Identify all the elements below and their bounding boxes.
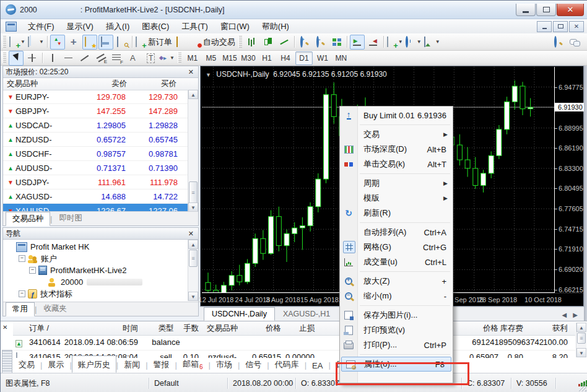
- timeframe-D1[interactable]: D1: [295, 51, 313, 65]
- crosshair-tool-button[interactable]: [25, 51, 40, 66]
- terminal-column-header[interactable]: 订单 /: [29, 323, 49, 334]
- market-watch-scrollbar[interactable]: ▲ ▼: [188, 90, 198, 212]
- timeframe-M1[interactable]: M1: [184, 51, 201, 65]
- fibonacci-tool-button[interactable]: [110, 51, 124, 66]
- chart-tabs-left-icon[interactable]: ◀: [562, 311, 567, 318]
- terminal-column-header[interactable]: 手数: [183, 323, 199, 334]
- navigator-toggle-button[interactable]: [82, 35, 97, 50]
- cursor-tool-button[interactable]: [9, 51, 24, 66]
- context-menu-item[interactable]: +放大(Z)+: [340, 274, 453, 289]
- chart-tab-XAGUSD-,H1[interactable]: XAGUSD-,H1: [275, 307, 338, 321]
- arrows-tool-button[interactable]: ▼: [158, 51, 175, 66]
- market-watch-close-icon[interactable]: ✕: [186, 68, 196, 76]
- menu-item-0[interactable]: 文件(F): [22, 20, 61, 33]
- horizontal-line-tool-button[interactable]: [61, 51, 76, 66]
- auto-scroll-button[interactable]: [350, 35, 365, 50]
- chart-shift-button[interactable]: [366, 35, 381, 50]
- metaeditor-button[interactable]: [174, 35, 189, 50]
- close-button[interactable]: ✕: [557, 4, 584, 16]
- timeframe-M15[interactable]: M15: [221, 51, 238, 65]
- market-watch-row[interactable]: ▲USDCAD- 1.29805 1.29828: [3, 118, 188, 133]
- context-menu-item[interactable]: 保存为图片(i)...: [340, 308, 453, 323]
- price-scale[interactable]: 6.947756.889956.861906.833006.804956.776…: [555, 67, 583, 292]
- timeframe-W1[interactable]: W1: [314, 51, 331, 65]
- terminal-tab-展示[interactable]: 展示: [42, 357, 69, 372]
- context-menu-item[interactable]: 周期▶: [340, 176, 453, 191]
- child-minimize-button[interactable]: [537, 21, 552, 32]
- zoom-out-button[interactable]: −: [313, 35, 328, 50]
- vertical-line-tool-button[interactable]: [45, 51, 60, 66]
- column-bid[interactable]: 卖价: [81, 79, 127, 89]
- context-menu-item[interactable]: 网格(G)Ctrl+G: [340, 240, 453, 255]
- terminal-tab-代码库[interactable]: 代码库: [269, 357, 305, 372]
- line-chart-button[interactable]: [277, 35, 292, 50]
- candlestick-chart-button[interactable]: [261, 35, 276, 50]
- new-chart-button[interactable]: +▼: [9, 35, 26, 50]
- scrollbar-thumb[interactable]: [577, 333, 586, 344]
- scroll-up-icon[interactable]: ▲: [188, 240, 198, 249]
- terminal-column-header[interactable]: 交易品种: [207, 323, 238, 334]
- collapse-icon[interactable]: −: [19, 255, 25, 262]
- tile-windows-button[interactable]: [329, 35, 344, 50]
- navigator-tab-收藏夹[interactable]: 收藏夹: [37, 302, 74, 316]
- market-watch-tab-交易品种[interactable]: 交易品种: [6, 212, 50, 226]
- context-menu-item[interactable]: −缩小(m)-: [340, 289, 453, 303]
- terminal-column-header[interactable]: 时间: [123, 323, 138, 334]
- timeframe-M30[interactable]: M30: [240, 51, 257, 65]
- bar-chart-button[interactable]: [245, 35, 259, 50]
- navigator-item[interactable]: − ProfitMarketHK-Live2: [3, 264, 188, 276]
- context-menu-item[interactable]: 自动排列(A)Ctrl+A: [340, 225, 453, 240]
- menu-item-1[interactable]: 显示(V): [61, 20, 100, 33]
- column-symbol[interactable]: 交易品种: [3, 79, 81, 89]
- profiles-button[interactable]: ▼: [27, 35, 45, 50]
- chart-window-icon[interactable]: [6, 22, 17, 32]
- history-row[interactable]: ▲ 3410614 2018.09.14 08:06:59 balance 69…: [13, 336, 575, 351]
- timeframe-MN[interactable]: MN: [333, 51, 350, 65]
- terminal-close-icon[interactable]: ✕: [2, 324, 7, 331]
- menu-item-5[interactable]: 窗口(W): [214, 20, 256, 33]
- chart-tab-USDCNH-,Daily[interactable]: USDCNH-,Daily: [204, 307, 275, 321]
- context-menu-item[interactable]: 单击交易(k)Alt+T: [340, 157, 453, 172]
- text-tool-button[interactable]: [126, 51, 141, 66]
- scroll-up-icon[interactable]: ▲: [188, 90, 198, 99]
- terminal-column-header[interactable]: 价格: [266, 323, 281, 334]
- market-watch-toggle-button[interactable]: [50, 35, 65, 50]
- scroll-down-icon[interactable]: ▼: [188, 203, 198, 212]
- navigator-tab-常用[interactable]: 常用: [6, 302, 35, 316]
- market-watch-tab-即时图[interactable]: 即时图: [52, 211, 89, 225]
- restore-button[interactable]: [536, 4, 556, 16]
- navigator-item[interactable]: − 技术指标: [3, 288, 188, 300]
- data-window-button[interactable]: [66, 35, 81, 50]
- resize-grip[interactable]: [578, 383, 586, 391]
- market-watch-row[interactable]: ▲NZDUSD- 0.65722 0.65745: [3, 133, 188, 147]
- terminal-tab-市场[interactable]: 市场: [211, 357, 238, 372]
- menu-item-4[interactable]: 工具(T): [175, 20, 214, 33]
- market-watch-row[interactable]: ▼USDJPY- 111.961 111.978: [3, 175, 188, 189]
- timeframe-H1[interactable]: H1: [258, 51, 276, 65]
- market-watch-row[interactable]: ▲XAGUSD- 14.688 14.722: [3, 189, 188, 204]
- trendline-tool-button[interactable]: [77, 51, 92, 66]
- timeframe-H4[interactable]: H4: [277, 51, 294, 65]
- terminal-column-header[interactable]: 止损: [299, 323, 315, 334]
- navigator-item[interactable]: − 账户: [3, 253, 188, 264]
- context-menu-item[interactable]: 成交量(u)Ctrl+L: [340, 255, 453, 269]
- zoom-in-button[interactable]: +: [297, 35, 312, 50]
- toolbar-grip[interactable]: [2, 53, 6, 63]
- terminal-tab-新闻[interactable]: 新闻: [118, 357, 146, 372]
- child-close-button[interactable]: ✕: [569, 21, 584, 32]
- context-menu-item[interactable]: 交易▶: [340, 127, 453, 142]
- navigator-scrollbar[interactable]: ▲ ▼: [188, 240, 198, 301]
- column-ask[interactable]: 买价: [127, 79, 179, 89]
- periods-button[interactable]: ▼: [405, 35, 422, 50]
- terminal-tab-EA[interactable]: EA: [307, 359, 328, 372]
- scrollbar-thumb[interactable]: [189, 250, 198, 267]
- search-button[interactable]: [551, 35, 566, 50]
- new-order-button[interactable]: +新订单: [135, 35, 173, 50]
- context-menu-item[interactable]: 模版▶: [340, 191, 453, 206]
- docked-window-tab[interactable]: [2, 350, 12, 375]
- collapse-icon[interactable]: −: [29, 267, 36, 274]
- minimize-button[interactable]: [516, 4, 536, 16]
- terminal-column-header[interactable]: 类型: [159, 323, 174, 334]
- community-chat-button[interactable]: [567, 35, 582, 50]
- terminal-column-header[interactable]: 库存费: [500, 323, 524, 334]
